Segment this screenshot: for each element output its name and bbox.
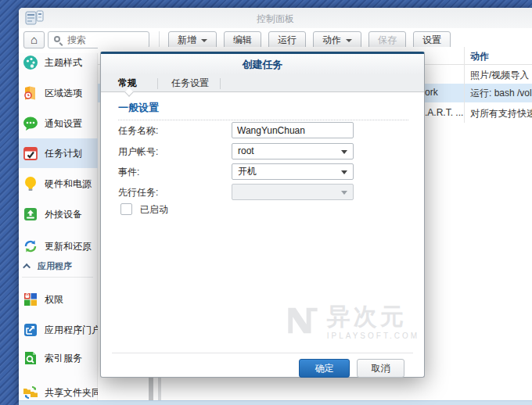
sidebar-item-task-scheduler[interactable]: 任务计划 [19, 138, 100, 168]
sidebar-item-label: 应用程序门户 [45, 324, 101, 337]
dialog-tab-bar: 常规 任务设置 [101, 75, 424, 92]
desktop-background: 控制面板 ⌂ 新增 编辑 运行 动作 保存 设置 主题样式 [0, 0, 532, 405]
chevron-down-icon [341, 150, 347, 157]
sidebar-item-label: 区域选项 [45, 87, 82, 100]
sidebar-item-label: 通知设置 [45, 117, 82, 131]
user-account-select[interactable]: root [232, 143, 354, 159]
event-select[interactable]: 开机 [232, 163, 354, 180]
chevron-down-icon [341, 191, 347, 198]
sidebar-section-label: 应用程序 [38, 260, 72, 272]
sidebar-item-label: 硬件和电源 [45, 177, 92, 191]
search-input[interactable] [67, 33, 146, 47]
enabled-checkbox[interactable] [120, 203, 132, 215]
sidebar-item-app-portal[interactable]: 应用程序门户 [19, 315, 100, 345]
notification-icon [23, 116, 38, 131]
sidebar-item-update-restore[interactable]: 更新和还原 [19, 231, 100, 261]
user-account-value: root [238, 145, 254, 156]
task-name-label: 任务名称: [118, 123, 158, 138]
ok-button[interactable]: 确定 [299, 359, 350, 378]
sidebar-item-notification[interactable]: 通知设置 [19, 109, 100, 138]
sidebar-item-label: 主题样式 [45, 56, 82, 70]
cell-action: 对所有支持快速检 [470, 107, 532, 120]
permissions-icon [23, 292, 38, 307]
create-task-dialog: 创建任务 常规 任务设置 一般设置 任务名称: 用户帐号: root 事件: 开… [100, 52, 425, 378]
window-title: 控制面板 [19, 13, 532, 26]
chevron-down-icon [341, 170, 347, 177]
home-icon: ⌂ [31, 33, 38, 46]
sidebar-item-label: 权限 [45, 293, 63, 306]
sidebar-item-label: 外接设备 [45, 208, 82, 221]
hardware-power-icon [23, 176, 38, 192]
app-portal-icon [23, 322, 38, 338]
event-value: 开机 [238, 166, 257, 177]
sidebar-item-label: 索引服务 [45, 352, 82, 365]
event-label: 事件: [118, 164, 139, 180]
tab-separator [220, 78, 221, 89]
palette-icon [23, 55, 38, 70]
control-panel-window: 控制面板 ⌂ 新增 编辑 运行 动作 保存 设置 主题样式 [19, 8, 532, 405]
watermark-domain: IPLAYSOFT.COM [327, 332, 419, 340]
watermark-logo-icon [286, 304, 319, 337]
sidebar-item-index-service[interactable]: 索引服务 [19, 343, 100, 373]
column-divider [464, 47, 465, 123]
task-scheduler-icon [23, 145, 38, 161]
external-device-icon [23, 206, 38, 222]
sidebar: 主题样式 区域选项 通知设置 任务计划 硬件和电源 外接设备 [19, 53, 98, 400]
scrollbar-track[interactable] [158, 378, 161, 401]
sidebar-item-external-devices[interactable]: 外接设备 [19, 199, 100, 229]
tab-task-settings[interactable]: 任务设置 [160, 75, 220, 92]
tab-separator [157, 78, 158, 89]
dialog-buttons: 确定 取消 [292, 359, 404, 378]
watermark-brand: 异次元 [327, 304, 419, 329]
window-titlebar[interactable]: 控制面板 [19, 8, 532, 28]
sidebar-item-theme[interactable]: 主题样式 [19, 48, 100, 77]
sidebar-item-label: 任务计划 [45, 147, 82, 160]
footer-divider [112, 353, 413, 353]
cell-name: ork [425, 87, 438, 98]
chevron-up-icon [23, 263, 31, 271]
region-options-icon [23, 85, 38, 101]
column-header-action[interactable]: 动作 [470, 50, 489, 63]
task-name-input[interactable] [232, 122, 354, 138]
section-title: 一般设置 [118, 101, 408, 120]
folder-sync-icon [23, 385, 38, 400]
toolbar-separator [159, 31, 160, 48]
chevron-down-icon [201, 39, 207, 45]
search-box[interactable] [48, 31, 149, 48]
sidebar-divider [22, 277, 93, 278]
home-button[interactable]: ⌂ [23, 31, 45, 48]
cell-action: 运行: bash /volu [470, 87, 532, 100]
pre-task-label: 先行任务: [118, 185, 158, 200]
update-restore-icon [23, 238, 38, 254]
sidebar-item-label: 更新和还原 [45, 240, 92, 253]
index-service-icon [23, 350, 38, 366]
enabled-label: 已启动 [140, 203, 168, 216]
sidebar-item-permissions[interactable]: 权限 [19, 285, 100, 314]
sidebar-item-region[interactable]: 区域选项 [19, 78, 100, 108]
user-account-label: 用户帐号: [118, 144, 158, 159]
cell-action: 照片/视频导入 [470, 69, 529, 82]
pre-task-select-disabled [232, 184, 354, 200]
scrollbar-thumb[interactable] [149, 378, 153, 401]
chevron-down-icon [346, 39, 352, 45]
dialog-title: 创建任务 [101, 54, 424, 75]
cell-name: .A.R.T. ... [425, 107, 463, 118]
sidebar-section-applications[interactable]: 应用程序 [19, 260, 100, 272]
cancel-button[interactable]: 取消 [357, 359, 404, 378]
search-icon [54, 36, 60, 42]
window-bottom-border [19, 400, 532, 405]
sidebar-item-hardware-power[interactable]: 硬件和电源 [19, 169, 100, 199]
watermark: 异次元 IPLAYSOFT.COM [286, 304, 419, 340]
